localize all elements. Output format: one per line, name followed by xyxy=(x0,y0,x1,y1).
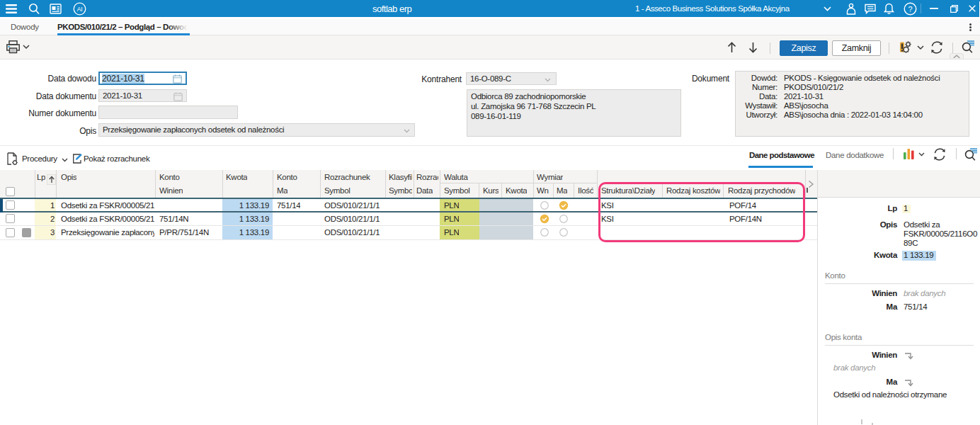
svg-text:?: ? xyxy=(908,5,913,13)
svg-text:AI: AI xyxy=(77,6,82,13)
